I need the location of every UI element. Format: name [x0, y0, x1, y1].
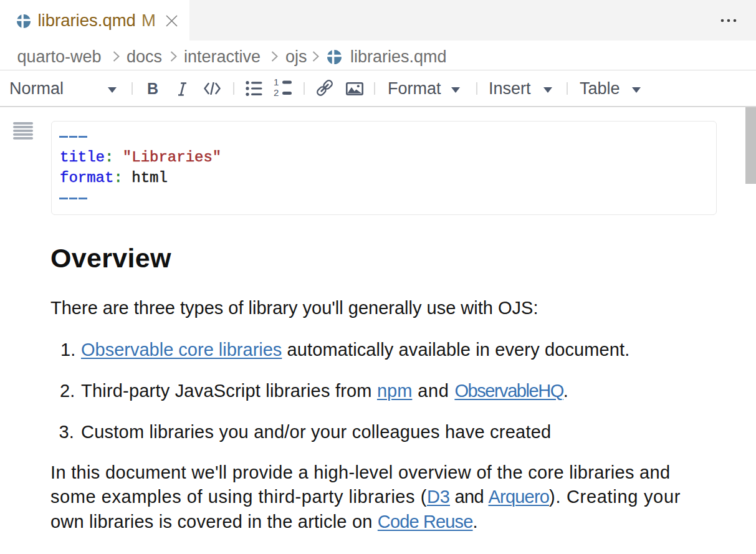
- svg-text:2: 2: [274, 87, 279, 97]
- svg-text:1: 1: [274, 79, 279, 87]
